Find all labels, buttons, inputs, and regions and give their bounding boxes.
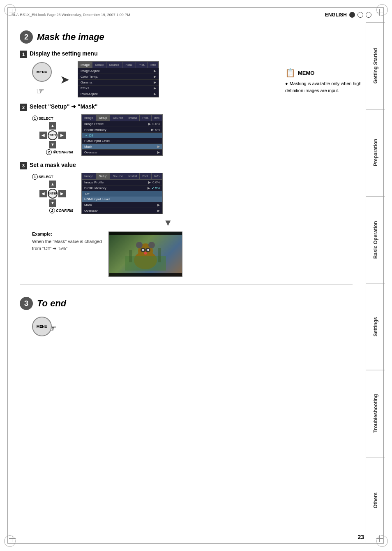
menu-screenshot3: Image Setup Source Install Pict. Info Im…: [81, 173, 163, 214]
substep2-num: 2: [20, 104, 27, 111]
memo-icon: 📋: [285, 68, 295, 78]
example-text-block: Example: When the "Mask" value is change…: [32, 232, 102, 252]
substep2-header: 2 Select "Setup" ➜ "Mask": [20, 103, 353, 111]
menu-item-color-temp: Color Temp. ▶: [78, 74, 159, 80]
substep1-num: 1: [20, 51, 27, 58]
menu-tabs3: Image Setup Source Install Pict. Info: [82, 173, 162, 180]
step3-title: To end: [37, 298, 66, 309]
dpad2: ▲ ▼ ◀ ▶ ENTER: [39, 122, 66, 148]
menu-tab-image3: Image: [82, 173, 96, 179]
substep3-row: 1SELECT ▲ ▼ ◀ ▶ ENTER 2CONFIRM Image Set…: [32, 173, 353, 214]
svg-point-10: [144, 252, 147, 255]
menu2-overscan: Overscan ▶: [82, 150, 162, 155]
example-label: Example:: [32, 232, 102, 236]
menu-tab-pict2: Pict.: [140, 115, 152, 121]
language-indicator: ENGLISH: [325, 12, 371, 18]
menu-item-gamma: Gamma ▶: [78, 80, 159, 86]
dpad-up2[interactable]: ▲: [49, 122, 56, 130]
controller2: 1SELECT ▲ ▼ ◀ ▶ ENTER 2②CON: [32, 115, 73, 156]
menu-tab-pict3: Pict.: [140, 173, 152, 179]
menu2-image-profile: Image Profile ▶0.0%: [82, 121, 162, 127]
menu-item-image-adjust: Image Adjust ▶: [78, 68, 159, 74]
menu3-hdmi-input: HDMI Input Level: [82, 197, 162, 202]
memo-title: 📋 MEMO: [285, 68, 367, 78]
sidebar-section-troubleshooting: Troubleshooting: [366, 370, 385, 456]
menu-tab-setup1: Setup: [92, 62, 106, 68]
menu-tab-pict1: Pict.: [136, 62, 148, 68]
menu-item-pixel-adjust: Pixel Adjust ▶: [78, 91, 159, 97]
step3-circle: 3: [20, 297, 33, 310]
menu3-popup-off: Off: [82, 191, 162, 197]
menu-screenshot1: Image Setup Source Install Pict. Info Im…: [78, 61, 159, 97]
dpad-right2[interactable]: ▶: [58, 132, 66, 139]
substep2-row: 1SELECT ▲ ▼ ◀ ▶ ENTER 2②CON: [32, 114, 353, 156]
crosshair-bl: [9, 535, 16, 542]
dpad-left2[interactable]: ◀: [39, 132, 47, 139]
menu-label3: MENU: [37, 324, 48, 329]
confirm-label2: 2②CONFIRM: [46, 149, 73, 155]
controller3: 1SELECT ▲ ▼ ◀ ▶ ENTER 2CONFIRM: [32, 173, 73, 214]
menu-tabs2: Image Setup Source Install Pict. Info: [82, 115, 162, 121]
mask-bar-top: [109, 232, 182, 235]
menu-button1[interactable]: MENU: [32, 62, 52, 82]
menu-label1: MENU: [37, 70, 48, 74]
step2-title: Mask the image: [37, 32, 104, 42]
dpad-down3[interactable]: ▼: [49, 199, 56, 207]
dpad-left3[interactable]: ◀: [39, 190, 47, 197]
menu-tab-source2: Source: [110, 115, 126, 121]
arrow1: ➤: [60, 73, 69, 86]
confirm-label3: 2CONFIRM: [49, 208, 73, 213]
svg-point-9: [147, 250, 148, 251]
memo-text: Masking is available only when high defi…: [285, 80, 367, 94]
menu-tab-image1: Image: [78, 62, 92, 68]
step2-circle: 2: [20, 30, 33, 44]
sidebar-section-basic-operation: Basic Operation: [366, 196, 385, 283]
sidebar-section-settings: Settings: [366, 283, 385, 370]
mask-bar-bottom: [109, 273, 182, 276]
menu2-popup-off: ✓ Off: [82, 133, 162, 138]
menu-tab-info1: Info: [148, 62, 159, 68]
menu2-hdmi-input: HDMI Input Level: [82, 138, 162, 144]
dpad-up3[interactable]: ▲: [49, 181, 56, 188]
menu-tab-source3: Source: [110, 173, 126, 179]
enter-btn2[interactable]: ENTER: [48, 130, 58, 140]
dpad-down2[interactable]: ▼: [49, 141, 56, 148]
menu3-profile-memory: Profile Memory ▶✓ 5%: [82, 185, 162, 191]
substep1-header: 1 Display the setting menu: [20, 50, 353, 58]
menu-screenshot2: Image Setup Source Install Pict. Info Im…: [81, 114, 163, 156]
svg-rect-12: [129, 250, 132, 262]
substep2-label: Select "Setup" ➜ "Mask": [30, 103, 97, 110]
step3-section: 3 To end MENU ☞: [20, 297, 353, 336]
file-info: DLA-RS1X_EN.book Page 23 Wednesday, Dece…: [12, 13, 130, 17]
lang-dot-2: [357, 12, 363, 18]
menu-tab-image2: Image: [82, 115, 96, 121]
dpad3: ▲ ▼ ◀ ▶ ENTER: [39, 181, 66, 207]
menu3-image-profile: Image Profile ▶0.0%: [82, 180, 162, 185]
down-arrow: ▼: [164, 218, 353, 228]
memo-title-text: MEMO: [298, 70, 314, 76]
lang-dot-3: [366, 12, 371, 18]
hand-icon1: ☞: [36, 86, 44, 97]
step2-header: 2 Mask the image: [20, 30, 353, 44]
substep3-label: Set a mask value: [30, 162, 76, 168]
page-number: 23: [357, 534, 364, 540]
menu3-overscan: Overscan ▶: [82, 208, 162, 214]
menu-item-effect: Effect ▶: [78, 86, 159, 91]
menu-tab-install3: Install: [126, 173, 140, 179]
enter-btn3[interactable]: ENTER: [48, 189, 58, 199]
menu2-profile-memory: Profile Memory ▶0%: [82, 127, 162, 133]
dpad-right3[interactable]: ▶: [58, 190, 66, 197]
select-label2: 1SELECT: [32, 116, 53, 121]
section-divider: [20, 284, 353, 285]
menu-tab-info2: Info: [152, 115, 162, 121]
menu-tab-install2: Install: [126, 115, 140, 121]
menu-tab-setup2: Setup: [96, 115, 110, 121]
sidebar-section-preparation: Preparation: [366, 109, 385, 196]
svg-point-2: [136, 242, 143, 248]
substep3-header: 3 Set a mask value: [20, 162, 353, 169]
step3-row: MENU ☞: [32, 317, 353, 336]
menu-button3[interactable]: MENU: [32, 317, 52, 336]
menu-button-group1: MENU ☞: [32, 62, 52, 97]
memo-box: 📋 MEMO Masking is available only when hi…: [285, 68, 367, 94]
menu3-mask: Mask ▶: [82, 202, 162, 208]
